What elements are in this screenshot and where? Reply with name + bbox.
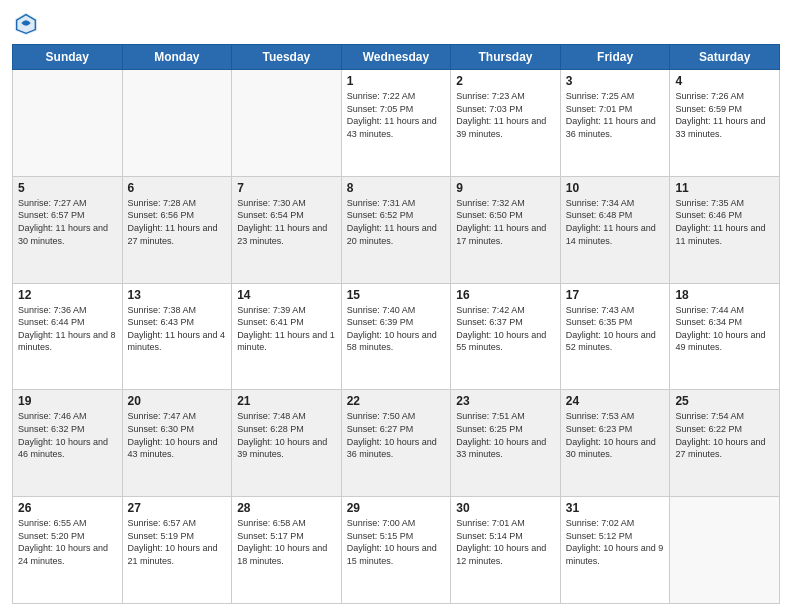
day-number: 16 (456, 288, 555, 302)
calendar-cell: 6Sunrise: 7:28 AM Sunset: 6:56 PM Daylig… (122, 176, 232, 283)
day-info: Sunrise: 7:28 AM Sunset: 6:56 PM Dayligh… (128, 197, 227, 247)
calendar-cell: 8Sunrise: 7:31 AM Sunset: 6:52 PM Daylig… (341, 176, 451, 283)
day-header-monday: Monday (122, 45, 232, 70)
calendar-cell: 21Sunrise: 7:48 AM Sunset: 6:28 PM Dayli… (232, 390, 342, 497)
day-info: Sunrise: 7:32 AM Sunset: 6:50 PM Dayligh… (456, 197, 555, 247)
calendar-week-row: 12Sunrise: 7:36 AM Sunset: 6:44 PM Dayli… (13, 283, 780, 390)
day-header-saturday: Saturday (670, 45, 780, 70)
day-info: Sunrise: 7:02 AM Sunset: 5:12 PM Dayligh… (566, 517, 665, 567)
calendar-cell: 24Sunrise: 7:53 AM Sunset: 6:23 PM Dayli… (560, 390, 670, 497)
day-number: 21 (237, 394, 336, 408)
calendar-cell: 1Sunrise: 7:22 AM Sunset: 7:05 PM Daylig… (341, 70, 451, 177)
calendar-cell: 25Sunrise: 7:54 AM Sunset: 6:22 PM Dayli… (670, 390, 780, 497)
day-header-tuesday: Tuesday (232, 45, 342, 70)
day-info: Sunrise: 7:46 AM Sunset: 6:32 PM Dayligh… (18, 410, 117, 460)
calendar-table: SundayMondayTuesdayWednesdayThursdayFrid… (12, 44, 780, 604)
day-info: Sunrise: 7:25 AM Sunset: 7:01 PM Dayligh… (566, 90, 665, 140)
day-info: Sunrise: 7:36 AM Sunset: 6:44 PM Dayligh… (18, 304, 117, 354)
logo (12, 10, 44, 38)
calendar-cell: 10Sunrise: 7:34 AM Sunset: 6:48 PM Dayli… (560, 176, 670, 283)
day-number: 2 (456, 74, 555, 88)
calendar-week-row: 1Sunrise: 7:22 AM Sunset: 7:05 PM Daylig… (13, 70, 780, 177)
day-info: Sunrise: 7:51 AM Sunset: 6:25 PM Dayligh… (456, 410, 555, 460)
calendar-cell: 9Sunrise: 7:32 AM Sunset: 6:50 PM Daylig… (451, 176, 561, 283)
calendar-cell: 20Sunrise: 7:47 AM Sunset: 6:30 PM Dayli… (122, 390, 232, 497)
calendar-cell (122, 70, 232, 177)
day-info: Sunrise: 7:31 AM Sunset: 6:52 PM Dayligh… (347, 197, 446, 247)
day-info: Sunrise: 6:57 AM Sunset: 5:19 PM Dayligh… (128, 517, 227, 567)
day-info: Sunrise: 7:35 AM Sunset: 6:46 PM Dayligh… (675, 197, 774, 247)
day-header-sunday: Sunday (13, 45, 123, 70)
day-info: Sunrise: 7:40 AM Sunset: 6:39 PM Dayligh… (347, 304, 446, 354)
calendar-cell: 26Sunrise: 6:55 AM Sunset: 5:20 PM Dayli… (13, 497, 123, 604)
calendar-cell: 18Sunrise: 7:44 AM Sunset: 6:34 PM Dayli… (670, 283, 780, 390)
calendar-header-row: SundayMondayTuesdayWednesdayThursdayFrid… (13, 45, 780, 70)
day-info: Sunrise: 6:55 AM Sunset: 5:20 PM Dayligh… (18, 517, 117, 567)
calendar-cell: 11Sunrise: 7:35 AM Sunset: 6:46 PM Dayli… (670, 176, 780, 283)
day-info: Sunrise: 7:23 AM Sunset: 7:03 PM Dayligh… (456, 90, 555, 140)
calendar-cell: 30Sunrise: 7:01 AM Sunset: 5:14 PM Dayli… (451, 497, 561, 604)
calendar-cell: 13Sunrise: 7:38 AM Sunset: 6:43 PM Dayli… (122, 283, 232, 390)
day-number: 18 (675, 288, 774, 302)
day-number: 25 (675, 394, 774, 408)
day-number: 24 (566, 394, 665, 408)
calendar-cell: 16Sunrise: 7:42 AM Sunset: 6:37 PM Dayli… (451, 283, 561, 390)
day-number: 6 (128, 181, 227, 195)
day-info: Sunrise: 7:53 AM Sunset: 6:23 PM Dayligh… (566, 410, 665, 460)
day-number: 19 (18, 394, 117, 408)
calendar-cell: 23Sunrise: 7:51 AM Sunset: 6:25 PM Dayli… (451, 390, 561, 497)
day-info: Sunrise: 7:38 AM Sunset: 6:43 PM Dayligh… (128, 304, 227, 354)
day-number: 15 (347, 288, 446, 302)
calendar-week-row: 5Sunrise: 7:27 AM Sunset: 6:57 PM Daylig… (13, 176, 780, 283)
calendar-cell: 22Sunrise: 7:50 AM Sunset: 6:27 PM Dayli… (341, 390, 451, 497)
day-info: Sunrise: 7:42 AM Sunset: 6:37 PM Dayligh… (456, 304, 555, 354)
day-number: 12 (18, 288, 117, 302)
calendar-cell: 12Sunrise: 7:36 AM Sunset: 6:44 PM Dayli… (13, 283, 123, 390)
day-header-wednesday: Wednesday (341, 45, 451, 70)
day-number: 27 (128, 501, 227, 515)
calendar-cell: 17Sunrise: 7:43 AM Sunset: 6:35 PM Dayli… (560, 283, 670, 390)
calendar-cell: 2Sunrise: 7:23 AM Sunset: 7:03 PM Daylig… (451, 70, 561, 177)
day-number: 5 (18, 181, 117, 195)
calendar-cell: 28Sunrise: 6:58 AM Sunset: 5:17 PM Dayli… (232, 497, 342, 604)
day-number: 1 (347, 74, 446, 88)
day-number: 17 (566, 288, 665, 302)
calendar-cell: 3Sunrise: 7:25 AM Sunset: 7:01 PM Daylig… (560, 70, 670, 177)
day-number: 9 (456, 181, 555, 195)
day-number: 20 (128, 394, 227, 408)
day-number: 14 (237, 288, 336, 302)
header (12, 10, 780, 38)
day-number: 13 (128, 288, 227, 302)
day-number: 8 (347, 181, 446, 195)
day-info: Sunrise: 7:34 AM Sunset: 6:48 PM Dayligh… (566, 197, 665, 247)
calendar-week-row: 19Sunrise: 7:46 AM Sunset: 6:32 PM Dayli… (13, 390, 780, 497)
calendar-cell: 4Sunrise: 7:26 AM Sunset: 6:59 PM Daylig… (670, 70, 780, 177)
day-info: Sunrise: 7:01 AM Sunset: 5:14 PM Dayligh… (456, 517, 555, 567)
logo-icon (12, 10, 40, 38)
day-number: 3 (566, 74, 665, 88)
day-info: Sunrise: 7:30 AM Sunset: 6:54 PM Dayligh… (237, 197, 336, 247)
day-info: Sunrise: 7:48 AM Sunset: 6:28 PM Dayligh… (237, 410, 336, 460)
day-info: Sunrise: 7:00 AM Sunset: 5:15 PM Dayligh… (347, 517, 446, 567)
day-number: 30 (456, 501, 555, 515)
day-info: Sunrise: 7:54 AM Sunset: 6:22 PM Dayligh… (675, 410, 774, 460)
day-info: Sunrise: 7:47 AM Sunset: 6:30 PM Dayligh… (128, 410, 227, 460)
calendar-cell: 19Sunrise: 7:46 AM Sunset: 6:32 PM Dayli… (13, 390, 123, 497)
day-number: 31 (566, 501, 665, 515)
calendar-cell (13, 70, 123, 177)
day-number: 26 (18, 501, 117, 515)
day-header-thursday: Thursday (451, 45, 561, 70)
calendar-cell: 15Sunrise: 7:40 AM Sunset: 6:39 PM Dayli… (341, 283, 451, 390)
page: SundayMondayTuesdayWednesdayThursdayFrid… (0, 0, 792, 612)
calendar-cell: 5Sunrise: 7:27 AM Sunset: 6:57 PM Daylig… (13, 176, 123, 283)
day-number: 22 (347, 394, 446, 408)
calendar-cell: 31Sunrise: 7:02 AM Sunset: 5:12 PM Dayli… (560, 497, 670, 604)
day-info: Sunrise: 7:26 AM Sunset: 6:59 PM Dayligh… (675, 90, 774, 140)
calendar-cell (232, 70, 342, 177)
calendar-cell: 14Sunrise: 7:39 AM Sunset: 6:41 PM Dayli… (232, 283, 342, 390)
calendar-cell: 29Sunrise: 7:00 AM Sunset: 5:15 PM Dayli… (341, 497, 451, 604)
day-info: Sunrise: 7:27 AM Sunset: 6:57 PM Dayligh… (18, 197, 117, 247)
calendar-week-row: 26Sunrise: 6:55 AM Sunset: 5:20 PM Dayli… (13, 497, 780, 604)
day-number: 10 (566, 181, 665, 195)
day-header-friday: Friday (560, 45, 670, 70)
